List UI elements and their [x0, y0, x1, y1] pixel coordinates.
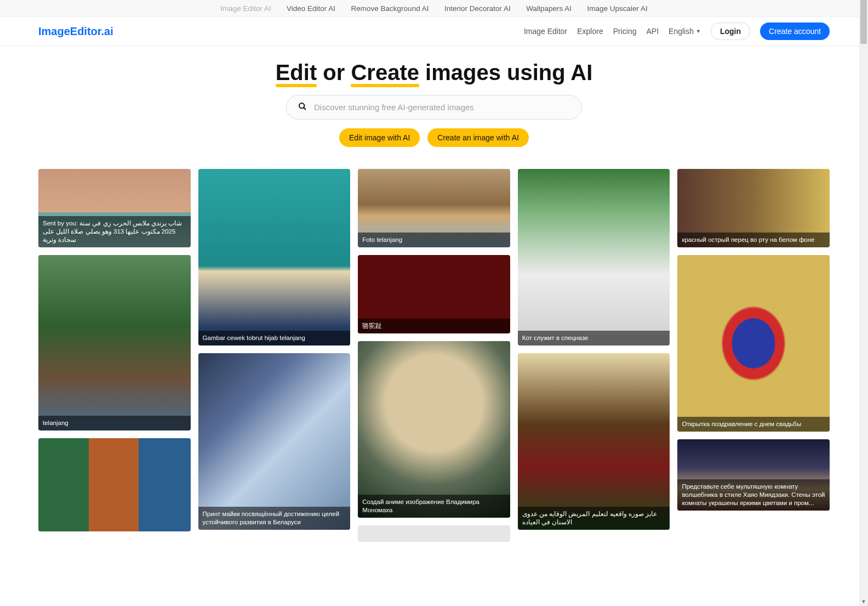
card-caption: عايز صوره واقعيه لتعليم المريض الوقايه م… [518, 507, 670, 530]
gallery-card[interactable]: Кот служит в спецназе [518, 169, 670, 346]
card-caption: Создай аниме изображение Владимира Моном… [358, 495, 510, 518]
hero-actions: Edit image with AI Create an image with … [0, 128, 868, 147]
gallery-card[interactable]: Gambar cewek tobrut hijab telanjang [198, 169, 351, 346]
topbar-link-image-editor-ai[interactable]: Image Editor AI [220, 4, 271, 13]
navbar-right: Image Editor Explore Pricing API English… [524, 22, 830, 40]
login-button[interactable]: Login [711, 22, 750, 40]
gallery-card[interactable]: красный острый перец во рту на белом фон… [677, 169, 830, 247]
hero-word-edit: Edit [276, 60, 317, 85]
create-account-button[interactable]: Create account [760, 22, 830, 40]
create-image-button[interactable]: Create an image with AI [427, 128, 529, 147]
gallery-card[interactable]: Открытка поздравление с днем свадьбы [677, 255, 830, 432]
gallery-col-2: Gambar cewek tobrut hijab telanjang Прин… [198, 169, 351, 542]
topbar-link-video-editor-ai[interactable]: Video Editor AI [287, 4, 335, 13]
hero-title: Edit or Create images using AI [276, 60, 593, 85]
hero-word-create: Create [351, 60, 419, 85]
topbar-link-interior-decorator-ai[interactable]: Interior Decorator AI [444, 4, 511, 13]
search-icon [298, 102, 307, 113]
topbar-link-remove-background-ai[interactable]: Remove Background AI [351, 4, 429, 13]
nav-link-api[interactable]: API [647, 27, 659, 36]
search-input[interactable] [286, 95, 582, 120]
card-caption: Принт майки посвящённый достижению целей… [198, 507, 351, 530]
image-gallery: Sent by you: شاب يرتدي ملابس الحرب زي في… [0, 169, 868, 558]
nav-link-image-editor[interactable]: Image Editor [524, 27, 567, 36]
gallery-card[interactable]: Представьте себе мультяшную комнату волш… [677, 439, 830, 511]
vertical-scrollbar[interactable]: ▲ ▼ [859, 0, 868, 558]
card-caption: 骆驼趾 [358, 319, 510, 333]
gallery-col-5: красный острый перец во рту на белом фон… [677, 169, 830, 542]
svg-point-0 [299, 103, 304, 108]
gallery-card[interactable]: عايز صوره واقعيه لتعليم المريض الوقايه م… [518, 353, 670, 530]
card-caption: Sent by you: شاب يرتدي ملابس الحرب زي في… [38, 216, 191, 247]
gallery-col-1: Sent by you: شاب يرتدي ملابس الحرب زي في… [38, 169, 191, 542]
card-caption: Foto telanjang [358, 233, 510, 247]
scrollbar-thumb[interactable] [860, 0, 867, 44]
brand-logo[interactable]: ImageEditor.ai [38, 25, 113, 38]
gallery-card[interactable] [358, 525, 510, 542]
gallery-card[interactable]: telanjang [38, 255, 191, 431]
main-navbar: ImageEditor.ai Image Editor Explore Pric… [0, 17, 868, 46]
card-caption: Представьте себе мультяшную комнату волш… [677, 479, 830, 511]
edit-image-button[interactable]: Edit image with AI [339, 128, 420, 147]
search-container [286, 95, 582, 120]
card-caption: Gambar cewek tobrut hijab telanjang [198, 331, 351, 346]
svg-line-1 [304, 107, 306, 110]
gallery-card[interactable]: Создай аниме изображение Владимира Моном… [358, 341, 510, 518]
nav-link-explore[interactable]: Explore [577, 27, 603, 36]
card-caption: Кот служит в спецназе [518, 331, 670, 346]
gallery-card[interactable]: Sent by you: شاب يرتدي ملابس الحرب زي في… [38, 169, 191, 247]
top-navigation: Image Editor AI Video Editor AI Remove B… [0, 0, 868, 17]
card-caption: Открытка поздравление с днем свадьбы [677, 417, 830, 432]
chevron-down-icon: ▼ [696, 29, 701, 34]
gallery-card[interactable] [38, 438, 191, 531]
card-caption: telanjang [38, 416, 191, 431]
language-selector[interactable]: English ▼ [669, 27, 701, 36]
card-caption: красный острый перец во рту на белом фон… [677, 233, 830, 247]
nav-link-pricing[interactable]: Pricing [613, 27, 637, 36]
gallery-card[interactable]: Foto telanjang [358, 169, 510, 247]
gallery-card[interactable]: 骆驼趾 [358, 255, 510, 333]
language-label: English [669, 27, 694, 36]
gallery-col-3: Foto telanjang 骆驼趾 Создай аниме изображе… [358, 169, 510, 542]
gallery-card[interactable]: Принт майки посвящённый достижению целей… [198, 353, 351, 530]
topbar-link-image-upscaler-ai[interactable]: Image Upscaler AI [587, 4, 647, 13]
topbar-link-wallpapers-ai[interactable]: Wallpapers AI [526, 4, 572, 13]
hero: Edit or Create images using AI Edit imag… [0, 46, 868, 169]
gallery-col-4: Кот служит в спецназе عايز صوره واقعيه ل… [518, 169, 670, 542]
